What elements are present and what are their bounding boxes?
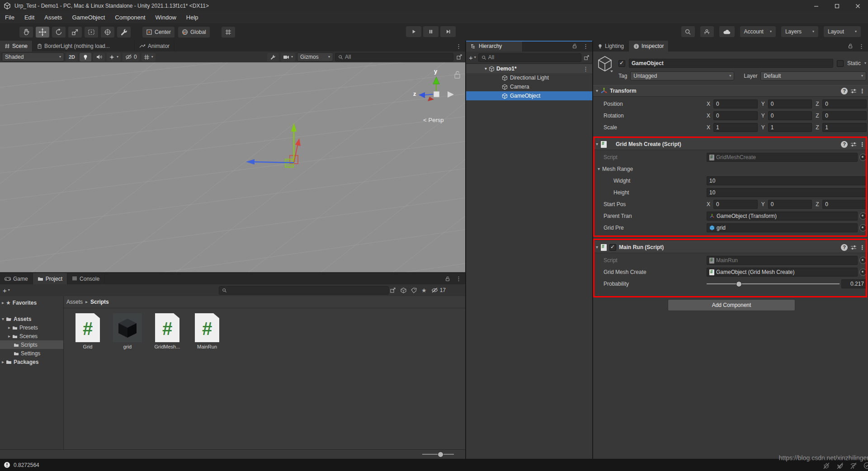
menu-gameobject[interactable]: GameObject: [67, 14, 110, 21]
start-pos-x-field[interactable]: 0: [713, 200, 758, 209]
parent-tran-field[interactable]: GameObject (Transform): [707, 212, 858, 221]
tab-project[interactable]: Project: [33, 273, 67, 284]
grid-pre-field[interactable]: grid: [707, 223, 858, 232]
account-dropdown[interactable]: Account▾: [740, 26, 776, 37]
layout-dropdown[interactable]: Layout▾: [824, 26, 861, 37]
scene-camera-dropdown[interactable]: ▾: [281, 53, 295, 61]
script-field[interactable]: MainRun: [707, 256, 858, 265]
scene-effects-dropdown[interactable]: ▾: [107, 53, 121, 61]
pause-button[interactable]: [423, 26, 439, 37]
asset-bundle-icon[interactable]: [401, 287, 406, 293]
add-component-button[interactable]: Add Component: [668, 299, 795, 311]
foldout-icon[interactable]: ▾: [596, 142, 598, 146]
foldout-icon[interactable]: ▾: [596, 89, 598, 93]
snap-grid-button[interactable]: [222, 27, 235, 38]
menu-edit[interactable]: Edit: [19, 14, 39, 21]
breadcrumb-assets[interactable]: Assets: [66, 299, 83, 305]
scene-maximize-icon[interactable]: [455, 54, 463, 60]
2d-toggle-button[interactable]: 2D: [66, 53, 78, 61]
tab-game[interactable]: Game: [0, 273, 33, 284]
scale-tool-button[interactable]: [68, 27, 82, 38]
menu-component[interactable]: Component: [110, 14, 150, 21]
height-field[interactable]: 10: [707, 188, 867, 197]
foldout-icon[interactable]: ▸: [2, 360, 4, 364]
create-asset-button[interactable]: +▾: [3, 287, 10, 294]
tag-dropdown[interactable]: Untagged▾: [630, 71, 734, 80]
probability-slider[interactable]: [707, 279, 840, 288]
static-dropdown-icon[interactable]: ▾: [864, 61, 866, 65]
projection-toggle[interactable]: < Persp: [423, 117, 444, 123]
foldout-icon[interactable]: ▸: [8, 325, 10, 330]
scene-panel-menu-icon[interactable]: ⋮: [452, 41, 465, 52]
gizmo-axis-z-label[interactable]: z: [413, 90, 416, 97]
rotation-x-field[interactable]: 0: [713, 111, 758, 120]
scene-lighting-toggle[interactable]: [80, 53, 91, 61]
presets-icon[interactable]: [850, 245, 857, 250]
scene-audio-toggle[interactable]: [93, 53, 105, 61]
foldout-icon[interactable]: ▸: [8, 334, 10, 339]
hierarchy-search-input[interactable]: All: [478, 53, 581, 62]
tree-assets[interactable]: ▾ Assets: [2, 315, 31, 323]
gizmo-axis-y-label[interactable]: y: [434, 68, 437, 75]
start-pos-y-field[interactable]: 0: [768, 200, 812, 209]
project-visibility-toggle[interactable]: 17: [431, 287, 446, 293]
transform-header[interactable]: ▾ Transform ? ⋮: [593, 85, 868, 97]
foldout-icon[interactable]: ▾: [485, 66, 487, 71]
scene-viewport[interactable]: y z < Persp: [0, 62, 465, 272]
scale-z-field[interactable]: 1: [822, 123, 867, 132]
inspector-panel-menu-icon[interactable]: ⋮: [855, 41, 868, 52]
position-x-field[interactable]: 0: [713, 99, 758, 108]
slider-thumb[interactable]: [438, 452, 443, 457]
position-y-field[interactable]: 0: [768, 99, 812, 108]
hierarchy-row-scene[interactable]: ▾ Demo1* ⋮: [466, 64, 592, 73]
tree-item-presets[interactable]: ▸ Presets: [8, 323, 38, 332]
cloud-button[interactable]: [719, 26, 735, 37]
tree-item-scenes[interactable]: ▸ Scenes: [8, 332, 38, 340]
position-z-field[interactable]: 0: [822, 99, 867, 108]
help-icon[interactable]: ?: [841, 141, 848, 148]
rotate-tool-button[interactable]: [52, 27, 66, 38]
breadcrumb-current[interactable]: Scripts: [90, 299, 109, 305]
asset-item-grid-script[interactable]: # Grid: [68, 313, 108, 349]
tab-scene[interactable]: Scene: [0, 41, 33, 52]
custom-tool-button[interactable]: [117, 27, 131, 38]
foldout-icon[interactable]: ▸: [2, 301, 4, 305]
close-button[interactable]: [847, 0, 868, 12]
asset-item-gridmesh-script[interactable]: # GridMesh...: [147, 313, 187, 349]
main-run-header[interactable]: ▾ Main Run (Script) ? ⋮: [593, 241, 868, 253]
tab-lighting[interactable]: Lighting: [593, 41, 629, 52]
mesh-range-foldout[interactable]: ▾ Mesh Range: [593, 166, 633, 172]
hierarchy-maximize-icon[interactable]: [584, 55, 590, 61]
status-message[interactable]: 0.8272564: [14, 462, 39, 468]
inspector-lock-icon[interactable]: [846, 41, 855, 52]
help-icon[interactable]: ?: [841, 244, 848, 251]
object-picker-icon[interactable]: [859, 224, 867, 231]
tab-hierarchy[interactable]: Hierarchy: [466, 41, 523, 52]
slider-thumb[interactable]: [736, 281, 742, 287]
foldout-icon[interactable]: ▾: [596, 245, 598, 250]
orientation-toggle-button[interactable]: Global: [178, 27, 210, 38]
scale-x-field[interactable]: 1: [713, 123, 758, 132]
hierarchy-lock-icon[interactable]: [570, 41, 579, 52]
scene-tools-button[interactable]: [267, 53, 279, 61]
menu-assets[interactable]: Assets: [39, 14, 67, 21]
component-menu-icon[interactable]: ⋮: [859, 244, 865, 251]
pivot-toggle-button[interactable]: Center: [142, 27, 175, 38]
probability-value-field[interactable]: 0.217: [841, 279, 867, 288]
maximize-button[interactable]: [826, 0, 847, 12]
shading-mode-dropdown[interactable]: Shaded▾: [2, 52, 64, 61]
gameobject-name-field[interactable]: GameObject: [629, 59, 833, 68]
scene-visibility-toggle[interactable]: 0: [123, 53, 140, 61]
hand-tool-button[interactable]: [19, 27, 33, 38]
scene-row-menu-icon[interactable]: ⋮: [579, 66, 592, 72]
main-run-enabled-checkbox[interactable]: [609, 244, 616, 251]
collab-button[interactable]: [700, 26, 714, 37]
transform-tool-button[interactable]: [101, 27, 114, 38]
asset-item-mainrun-script[interactable]: # MainRun: [187, 313, 227, 349]
play-button[interactable]: [406, 26, 421, 37]
search-by-label-icon[interactable]: [411, 287, 417, 293]
grid-mesh-create-header[interactable]: ▾ Grid Mesh Create (Script) ? ⋮: [593, 138, 868, 150]
tree-item-scripts[interactable]: Scripts: [0, 340, 63, 349]
rotation-z-field[interactable]: 0: [822, 111, 867, 120]
foldout-icon[interactable]: ▾: [2, 317, 4, 321]
